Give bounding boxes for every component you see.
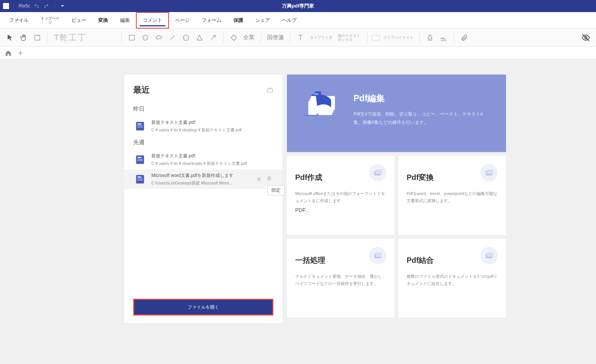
file-name: Microsoft word文書.pdfを新規作成します (151, 172, 250, 179)
circle-shape-icon[interactable] (140, 32, 151, 43)
home-content: 最近 昨日 新規テキスト文書.pdf C:¥ users ¥ lin ¥ des… (0, 59, 596, 323)
svg-rect-0 (35, 35, 40, 40)
hide-comments-icon[interactable] (580, 32, 591, 43)
menu-convert[interactable]: 変換 (92, 12, 114, 29)
separator (47, 32, 48, 43)
svg-point-2 (143, 35, 148, 40)
undo-icon[interactable] (33, 3, 40, 9)
svg-rect-19 (137, 159, 143, 160)
menu-comment[interactable]: コメント (136, 12, 169, 29)
typewriter-label: タイプライタ (308, 35, 334, 40)
svg-marker-7 (231, 35, 237, 40)
feature-cards: PDF Pdf編集 Pdf文#で追加、削除、切り取り、コピー、ペースト、テキスト… (287, 75, 506, 323)
pdf-file-icon (135, 174, 145, 184)
card-desc: Microsoft officeまたはその他のフォーマットドキュメントをに作成し… (295, 190, 386, 204)
polygon-shape-icon[interactable] (180, 32, 192, 43)
diamond-shape-icon[interactable] (228, 32, 239, 43)
svg-rect-32 (375, 169, 382, 174)
svg-rect-1 (130, 35, 134, 40)
svg-rect-34 (487, 169, 494, 174)
pin-tooltip: 固定 (267, 185, 285, 195)
pdf-file-icon (135, 121, 145, 131)
card-desc2: PDF。 (295, 207, 386, 214)
card-desc: マルチドキュメント変換、データ抽出、透かし、ベイツコードなどの一括操作を実行しま… (295, 273, 386, 287)
menu-protect[interactable]: 保護 (227, 12, 249, 29)
svg-rect-14 (137, 123, 142, 125)
file-name: 新規テキスト文書.pdf (151, 153, 272, 159)
note-tool-icon[interactable] (32, 32, 43, 43)
dropdown-icon[interactable] (59, 3, 66, 9)
menu-edit[interactable]: 編集 (114, 12, 136, 29)
remove-recent-icon[interactable]: ✕ (256, 176, 261, 183)
rectangle-shape-icon[interactable] (126, 32, 137, 43)
separator (454, 32, 454, 43)
text-markup-tools[interactable]: T乾工丁 (52, 32, 88, 43)
redo-icon[interactable] (43, 3, 50, 9)
batch-process-card[interactable]: 一括処理 マルチドキュメント変換、データ抽出、透かし、ベイツコードなどの一括操作… (287, 239, 395, 318)
pdf-file-icon (135, 154, 145, 165)
textbox-label[interactable]: 国のテキストボックス (336, 34, 363, 42)
svg-rect-23 (137, 178, 143, 179)
divider (54, 3, 55, 9)
file-path: C:¥ users ¥ lin ¥ downloads ¥ 新規テキスト文書.p… (151, 161, 272, 166)
attachment-icon[interactable] (459, 32, 470, 43)
recent-file-item[interactable]: Microsoft word文書.pdfを新規作成します C:\Users\Li… (124, 169, 282, 189)
recent-title: 最近 (133, 84, 150, 96)
pdf-merge-card[interactable]: Pdf結合 複数のファイル形式のドキュメントを1つのpdfドキュメントに結合しま… (398, 239, 506, 318)
pdf-convert-card[interactable]: Pdf変換 Pdfをword、excel、powerpointなどの編集可能な文… (398, 156, 506, 235)
line-shape-icon[interactable] (167, 32, 178, 43)
recent-file-item[interactable]: 新規テキスト文書.pdf C:¥ users ¥ lin ¥ downloads… (133, 150, 273, 169)
menu-top[interactable]: トップペー ジ (35, 12, 66, 29)
svg-rect-29 (304, 115, 317, 116)
typewriter-icon[interactable] (295, 32, 306, 43)
pin-recent-icon[interactable] (267, 176, 272, 183)
svg-rect-12 (267, 89, 273, 92)
separator (367, 32, 367, 43)
svg-rect-38 (487, 252, 494, 257)
menu-help[interactable]: ヘルプ (276, 12, 303, 29)
stationery-tool[interactable]: 国便箋 (265, 34, 285, 41)
menu-form[interactable]: フォーム (196, 12, 227, 29)
menu-page[interactable]: ページ (169, 12, 196, 29)
card-desc: 複数のファイル形式のドキュメントを1つのpdfドキュメントに結合します。 (407, 273, 498, 287)
open-file-button[interactable]: ファイルを開く (133, 299, 273, 315)
pdf-edit-feature-card[interactable]: PDF Pdf編集 Pdf文#で追加、削除、切り取り、コピー、ペースト、テキスト… (287, 75, 506, 152)
convert-card-icon (480, 164, 498, 181)
home-tab-icon[interactable] (5, 49, 12, 57)
pdf-edit-illustration: PDF (302, 86, 340, 139)
triangle-shape-icon[interactable] (194, 32, 205, 43)
pointer-tool-icon[interactable] (5, 32, 16, 43)
separator (290, 32, 290, 43)
biz-tool[interactable]: 企業 (242, 34, 256, 41)
section-yesterday: 昨日 (133, 105, 273, 113)
recent-file-item[interactable]: 新規テキスト文書.pdf C:¥ users ¥ lin ¥ desktop ¥… (133, 116, 273, 136)
tab-bar (0, 47, 596, 59)
menu-view[interactable]: ビュー (66, 12, 92, 29)
new-tab-icon[interactable] (17, 49, 24, 57)
menu-share[interactable]: シェア (249, 12, 276, 29)
comment-toolbar: T乾工丁 企業 国便箋 タイプライタ 国のテキストボックス エリアハイライト (0, 29, 596, 47)
briefcase-icon[interactable] (267, 87, 273, 93)
card-desc: Pdfをword、excel、powerpointなどの編集可能な文書形式に変換… (407, 190, 498, 204)
pdf-create-card[interactable]: Pdf作成 Microsoft officeまたはその他のフォーマットドキュメン… (287, 156, 395, 235)
signature-icon[interactable] (438, 32, 449, 43)
hand-tool-icon[interactable] (18, 32, 29, 43)
svg-marker-5 (197, 35, 202, 40)
cloud-shape-icon[interactable] (153, 32, 165, 43)
svg-rect-18 (137, 157, 142, 158)
title-bar: 同e5c 万興pdf専門家 (0, 0, 596, 12)
recent-panel: 最近 昨日 新規テキスト文書.pdf C:¥ users ¥ lin ¥ des… (124, 75, 282, 323)
menu-file[interactable]: ファイル (3, 12, 35, 29)
svg-line-6 (211, 35, 216, 40)
stamp-icon[interactable] (424, 32, 436, 43)
svg-rect-22 (137, 177, 142, 178)
arrow-shape-icon[interactable] (207, 32, 219, 43)
separator (223, 32, 224, 43)
highlight-color-icon[interactable] (372, 35, 380, 40)
separator (261, 32, 261, 43)
feature-title: Pdf編集 (354, 93, 491, 104)
document-name: 同e5c (18, 3, 30, 9)
app-logo-icon (3, 3, 9, 9)
menu-bar: ファイル トップペー ジ ビュー 変換 編集 コメント ページ フォーム 保護 … (0, 12, 596, 29)
area-highlight-label[interactable]: エリアハイライト (382, 35, 415, 40)
